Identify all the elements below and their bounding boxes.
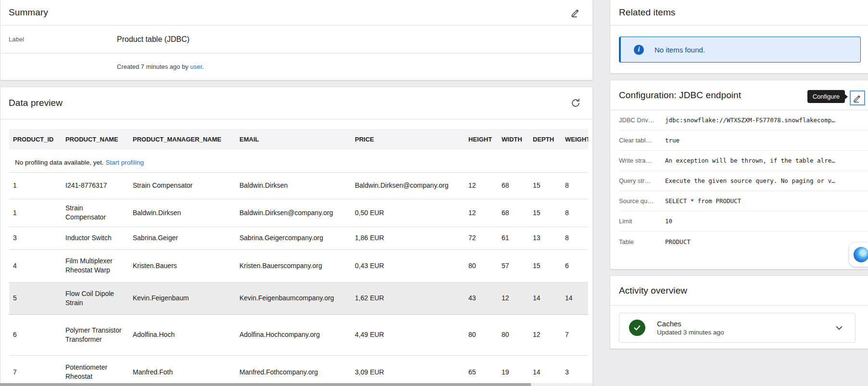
table-cell: 1 bbox=[9, 172, 65, 199]
related-items-title: Related items bbox=[619, 7, 675, 18]
config-row: Source qu…SELECT * from PRODUCT bbox=[619, 191, 868, 211]
table-row[interactable]: 4Film Multiplexer Rheostat WarpKristen.B… bbox=[9, 249, 588, 282]
column-header[interactable]: HEIGHT bbox=[468, 129, 502, 150]
column-header[interactable]: PRICE bbox=[355, 129, 468, 150]
config-row: Limit10 bbox=[619, 211, 868, 232]
table-cell: Adolfina.Hoch bbox=[133, 314, 239, 355]
edit-summary-button[interactable] bbox=[569, 6, 582, 19]
table-cell: 6 bbox=[565, 249, 588, 282]
summary-created-row: Created 7 minutes ago by user. bbox=[0, 53, 592, 80]
table-cell: Baldwin.Dirksen bbox=[133, 199, 239, 227]
table-cell: 14 bbox=[565, 282, 588, 314]
table-cell: Strain Compensator bbox=[65, 199, 133, 227]
column-header[interactable]: DEPTH bbox=[533, 129, 565, 150]
config-label: JDBC Driv… bbox=[619, 116, 665, 124]
table-cell: 1,62 EUR bbox=[355, 282, 468, 314]
table-cell: 19 bbox=[502, 355, 533, 386]
config-label: Clear tabl… bbox=[619, 137, 665, 144]
table-cell: 80 bbox=[502, 314, 533, 355]
table-cell: 0,50 EUR bbox=[355, 199, 468, 227]
table-row[interactable]: 3Inductor SwitchSabrina.GeigerSabrina.Ge… bbox=[9, 227, 588, 249]
table-cell: 57 bbox=[502, 249, 533, 282]
table-row[interactable]: 5Flow Coil Dipole StrainKevin.Feigenbaum… bbox=[9, 282, 588, 314]
configure-edit-button[interactable] bbox=[850, 90, 865, 105]
created-user-link[interactable]: user bbox=[190, 63, 202, 70]
config-row: Query str…Execute the given source query… bbox=[619, 171, 868, 191]
table-cell: 12 bbox=[468, 172, 502, 199]
column-header[interactable]: PRODUCT_NAME bbox=[65, 129, 133, 150]
config-row: Clear tabl…true bbox=[619, 130, 868, 151]
table-cell: 3 bbox=[9, 227, 65, 249]
table-cell: 7 bbox=[9, 355, 65, 386]
table-cell: 3 bbox=[565, 355, 588, 386]
data-preview-table: PRODUCT_IDPRODUCT_NAMEPRODUCT_MANAGER_NA… bbox=[9, 129, 588, 386]
caches-title: Caches bbox=[657, 320, 724, 328]
table-row[interactable]: 6Polymer Transistor TransformerAdolfina.… bbox=[9, 314, 588, 355]
column-header[interactable]: WIDTH bbox=[502, 129, 533, 150]
table-cell: 12 bbox=[502, 282, 533, 314]
pencil-icon bbox=[570, 7, 581, 18]
pencil-icon bbox=[853, 93, 862, 103]
config-value: PRODUCT bbox=[665, 238, 691, 245]
table-cell: 13 bbox=[533, 227, 565, 249]
configure-tooltip: Configure bbox=[807, 90, 845, 103]
config-value: true bbox=[665, 137, 679, 144]
table-cell: 8 bbox=[565, 172, 588, 199]
table-cell: 72 bbox=[468, 227, 502, 249]
table-cell: 4,49 EUR bbox=[355, 314, 468, 355]
table-cell: Inductor Switch bbox=[65, 227, 133, 249]
table-row[interactable]: 1I241-8776317Strain CompensatorBaldwin.D… bbox=[9, 172, 588, 199]
table-cell: 14 bbox=[533, 282, 565, 314]
created-text: Created 7 minutes ago by bbox=[117, 63, 189, 70]
column-header[interactable]: WEIGHT bbox=[565, 129, 588, 150]
table-cell: 8 bbox=[565, 227, 588, 249]
table-cell: 12 bbox=[468, 199, 502, 227]
extension-logo-icon bbox=[854, 247, 868, 262]
chevron-down-icon[interactable] bbox=[834, 322, 844, 333]
table-cell: 68 bbox=[502, 199, 533, 227]
table-cell: Potentiometer Rheostat bbox=[65, 355, 133, 386]
no-items-alert: i No items found. bbox=[619, 37, 861, 63]
column-header[interactable]: EMAIL bbox=[239, 129, 355, 150]
start-profiling-link[interactable]: Start profiling bbox=[105, 159, 144, 166]
table-row[interactable]: 1Strain CompensatorBaldwin.DirksenBaldwi… bbox=[9, 199, 588, 227]
activity-overview-title: Activity overview bbox=[619, 285, 687, 296]
no-items-message: No items found. bbox=[654, 46, 705, 54]
refresh-icon bbox=[570, 98, 581, 108]
refresh-button[interactable] bbox=[569, 97, 582, 109]
summary-title: Summary bbox=[9, 7, 48, 18]
column-header[interactable]: PRODUCT_MANAGER_NAME bbox=[133, 129, 239, 150]
table-cell: Sabrina.Geiger bbox=[133, 227, 239, 249]
config-row: Write stra…An exception will be thrown, … bbox=[619, 151, 868, 171]
info-icon: i bbox=[634, 45, 644, 55]
table-cell: 14 bbox=[533, 355, 565, 386]
table-cell: 15 bbox=[533, 172, 565, 199]
table-cell: Kristen.Bauers bbox=[133, 249, 239, 282]
config-label: Source qu… bbox=[619, 197, 665, 205]
config-row: JDBC Driv…jdbc:snowflake://WTXSZXM-FS770… bbox=[619, 110, 868, 130]
config-label: Query str… bbox=[619, 177, 665, 184]
caches-accordion[interactable]: Caches Updated 3 minutes ago bbox=[619, 313, 855, 343]
horizontal-scrollbar-track[interactable] bbox=[0, 383, 592, 386]
horizontal-scrollbar-thumb[interactable] bbox=[0, 383, 531, 386]
data-preview-card: Data preview PRODUCT_IDPRODUCT_NAMEPRODU… bbox=[0, 87, 593, 386]
success-check-icon bbox=[629, 320, 645, 336]
data-preview-title: Data preview bbox=[9, 98, 63, 108]
table-row[interactable]: 7Potentiometer RheostatManfred.FothManfr… bbox=[9, 355, 588, 386]
table-header-row: PRODUCT_IDPRODUCT_NAMEPRODUCT_MANAGER_NA… bbox=[9, 129, 588, 150]
summary-field-label: Label bbox=[9, 36, 117, 43]
table-cell: I241-8776317 bbox=[65, 172, 133, 199]
summary-field-value: Product table (JDBC) bbox=[117, 35, 189, 44]
config-row: TablePRODUCT bbox=[619, 232, 868, 252]
table-cell: Baldwin.Dirksen@company.org bbox=[239, 199, 355, 227]
config-value: jdbc:snowflake://WTXSZXM-FS77078.snowfla… bbox=[665, 116, 835, 124]
config-value: SELECT * from PRODUCT bbox=[665, 197, 741, 205]
table-cell: 1,86 EUR bbox=[355, 227, 468, 249]
table-cell: 4 bbox=[9, 249, 65, 282]
table-cell: Kevin.Feigenbaum bbox=[133, 282, 239, 314]
table-cell: 68 bbox=[502, 172, 533, 199]
table-cell: 15 bbox=[533, 249, 565, 282]
table-cell: 80 bbox=[468, 249, 502, 282]
column-header[interactable]: PRODUCT_ID bbox=[9, 129, 65, 150]
floating-extension-button[interactable] bbox=[849, 243, 868, 267]
